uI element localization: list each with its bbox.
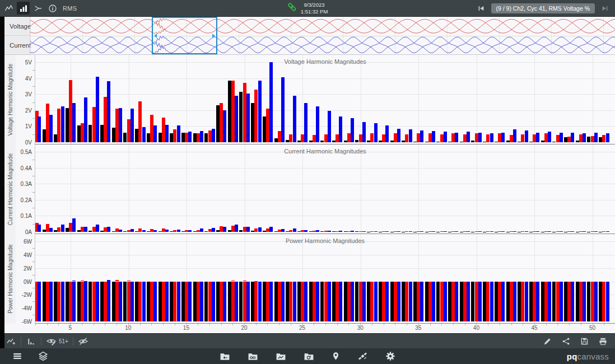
harmonic-bar[interactable] bbox=[92, 107, 96, 142]
harmonic-bar[interactable] bbox=[278, 282, 281, 322]
harmonic-bar[interactable] bbox=[297, 231, 301, 232]
harmonic-bar[interactable] bbox=[556, 282, 560, 322]
harmonic-bar[interactable] bbox=[200, 282, 203, 322]
harmonic-bar[interactable] bbox=[548, 282, 551, 322]
harmonic-bar-tip[interactable] bbox=[254, 281, 258, 282]
harmonic-bar[interactable] bbox=[579, 134, 583, 142]
harmonic-bar[interactable] bbox=[127, 119, 131, 143]
harmonic-bar[interactable] bbox=[281, 77, 285, 142]
harmonic-bar[interactable] bbox=[309, 141, 313, 142]
harmonic-bar[interactable] bbox=[548, 132, 551, 142]
harmonic-bar[interactable] bbox=[43, 129, 46, 142]
harmonic-bar[interactable] bbox=[301, 230, 304, 232]
harmonic-bar[interactable] bbox=[313, 135, 316, 142]
harmonic-bar[interactable] bbox=[193, 133, 197, 142]
harmonic-bar[interactable] bbox=[142, 282, 146, 322]
harmonic-bar[interactable] bbox=[451, 231, 455, 232]
harmonic-bar[interactable] bbox=[444, 282, 447, 322]
harmonic-bar[interactable] bbox=[246, 227, 250, 232]
folder-waveforms-icon[interactable] bbox=[220, 352, 230, 361]
harmonic-bar[interactable] bbox=[281, 229, 285, 232]
harmonic-bar[interactable] bbox=[486, 282, 490, 322]
add-trend-icon[interactable] bbox=[4, 335, 17, 348]
harmonic-bar[interactable] bbox=[417, 282, 420, 322]
harmonic-bar[interactable] bbox=[104, 97, 107, 143]
harmonic-bar[interactable] bbox=[490, 282, 493, 322]
harmonic-bar[interactable] bbox=[57, 282, 60, 322]
harmonic-bar[interactable] bbox=[301, 282, 304, 322]
harmonic-bar[interactable] bbox=[228, 230, 231, 232]
harmonic-bar[interactable] bbox=[301, 134, 304, 142]
harmonic-bar[interactable] bbox=[131, 109, 134, 142]
harmonic-bar[interactable] bbox=[367, 282, 370, 322]
harmonic-bar[interactable] bbox=[397, 231, 400, 232]
harmonic-bar[interactable] bbox=[96, 77, 99, 142]
harmonic-bar[interactable] bbox=[402, 141, 405, 142]
harmonic-bar[interactable] bbox=[351, 118, 354, 142]
harmonic-bar[interactable] bbox=[162, 118, 165, 142]
harmonic-bar[interactable] bbox=[293, 96, 296, 142]
harmonic-bar[interactable] bbox=[576, 141, 579, 142]
harmonic-bar[interactable] bbox=[77, 125, 81, 142]
harmonic-bar[interactable] bbox=[560, 133, 563, 142]
harmonic-bar[interactable] bbox=[228, 81, 231, 142]
harmonic-bar[interactable] bbox=[165, 282, 169, 322]
harmonic-bar[interactable] bbox=[228, 282, 231, 322]
harmonic-bar[interactable] bbox=[501, 231, 505, 232]
harmonic-bar[interactable] bbox=[181, 282, 185, 322]
skip-to-end-icon[interactable] bbox=[598, 2, 611, 15]
harmonic-bar[interactable] bbox=[409, 282, 412, 322]
harmonic-bar[interactable] bbox=[490, 231, 493, 232]
harmonic-bar[interactable] bbox=[162, 228, 165, 232]
folder-trends-icon[interactable] bbox=[276, 352, 286, 361]
harmonic-bar[interactable] bbox=[46, 224, 49, 232]
harmonic-bar[interactable] bbox=[359, 134, 362, 142]
harmonic-bar[interactable] bbox=[54, 230, 57, 232]
harmonic-bar[interactable] bbox=[251, 231, 254, 232]
harmonic-bar[interactable] bbox=[420, 282, 423, 322]
harmonic-bar-tip[interactable] bbox=[81, 281, 84, 282]
harmonic-bar[interactable] bbox=[417, 231, 420, 232]
harmonic-bar[interactable] bbox=[362, 231, 366, 232]
harmonic-bar[interactable] bbox=[606, 231, 609, 232]
harmonic-bar[interactable] bbox=[413, 232, 417, 232]
harmonic-bar[interactable] bbox=[147, 282, 150, 322]
harmonic-bar[interactable] bbox=[521, 282, 524, 322]
harmonic-bar[interactable] bbox=[84, 227, 87, 232]
harmonic-bar[interactable] bbox=[486, 231, 490, 232]
harmonic-bar[interactable] bbox=[162, 282, 165, 322]
harmonic-bar[interactable] bbox=[409, 231, 412, 232]
harmonic-bar[interactable] bbox=[460, 142, 463, 142]
harmonic-bar[interactable] bbox=[374, 123, 378, 142]
harmonic-bar[interactable] bbox=[304, 230, 308, 232]
harmonic-bar[interactable] bbox=[536, 231, 539, 232]
harmonic-bar[interactable] bbox=[436, 232, 440, 232]
harmonic-bar[interactable] bbox=[552, 142, 556, 142]
harmonic-bar[interactable] bbox=[455, 133, 458, 142]
harmonic-bar[interactable] bbox=[297, 282, 301, 322]
harmonic-bar[interactable] bbox=[359, 231, 362, 232]
harmonic-bar[interactable] bbox=[344, 141, 347, 142]
harmonic-bar[interactable] bbox=[112, 128, 115, 142]
harmonic-bar[interactable] bbox=[440, 282, 444, 322]
harmonic-bar[interactable] bbox=[594, 282, 598, 322]
harmonic-bar[interactable] bbox=[533, 231, 536, 232]
harmonic-bar[interactable] bbox=[243, 227, 246, 232]
edit-visibility-icon[interactable] bbox=[45, 335, 58, 348]
cycle-status-badge[interactable]: (9 / 9) Ch2, Cyc 41, RMS Voltage % bbox=[491, 3, 595, 13]
harmonic-bar[interactable] bbox=[525, 282, 528, 322]
harmonic-bar[interactable] bbox=[297, 141, 301, 142]
harmonic-bar[interactable] bbox=[460, 232, 463, 232]
harmonic-bar[interactable] bbox=[239, 282, 243, 322]
harmonic-bar[interactable] bbox=[100, 125, 104, 143]
harmonic-bar[interactable] bbox=[38, 282, 41, 322]
harmonic-bar[interactable] bbox=[344, 282, 347, 322]
harmonic-bar[interactable] bbox=[359, 282, 362, 322]
harmonic-bar[interactable] bbox=[379, 232, 382, 232]
harmonic-bar[interactable] bbox=[204, 282, 208, 322]
location-pin-icon[interactable] bbox=[332, 351, 340, 361]
phasor-icon[interactable] bbox=[31, 2, 44, 15]
voltage-harmonics-plot[interactable]: Voltage Harmonic Magnitudes bbox=[35, 55, 615, 144]
harmonic-bar[interactable] bbox=[513, 282, 516, 322]
harmonic-bar[interactable] bbox=[88, 282, 92, 322]
